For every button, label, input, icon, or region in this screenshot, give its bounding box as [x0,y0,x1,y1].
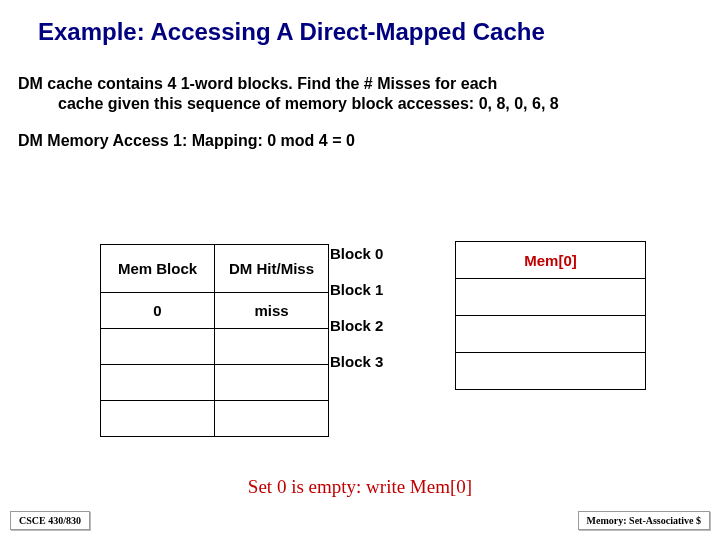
table-row [456,353,646,390]
block-label-1: Block 1 [330,272,383,308]
cell-mem-block [101,401,215,437]
cache-cell-0: Mem[0] [456,242,646,279]
table-row [101,365,329,401]
table-row [101,401,329,437]
cell-mem-block [101,329,215,365]
cell-hit-miss [215,401,329,437]
header-hit-miss: DM Hit/Miss [215,245,329,293]
subtitle-line2: cache given this sequence of memory bloc… [18,94,690,114]
cache-contents-table: Mem[0] [455,241,646,390]
access-table: Mem Block DM Hit/Miss 0 miss [100,244,329,437]
block-labels: Block 0 Block 1 Block 2 Block 3 [330,244,383,380]
table-row: Mem[0] [456,242,646,279]
access-line: DM Memory Access 1: Mapping: 0 mod 4 = 0 [0,114,720,150]
subtitle-line1: DM cache contains 4 1-word blocks. Find … [18,75,497,92]
table-row [101,329,329,365]
result-caption: Set 0 is empty: write Mem[0] [0,476,720,498]
table-row: 0 miss [101,293,329,329]
cache-cell-2 [456,316,646,353]
cell-hit-miss [215,329,329,365]
problem-statement: DM cache contains 4 1-word blocks. Find … [0,46,720,114]
cell-mem-block: 0 [101,293,215,329]
table-row [456,279,646,316]
cell-hit-miss: miss [215,293,329,329]
page-title: Example: Accessing A Direct-Mapped Cache [0,0,720,46]
cache-cell-1 [456,279,646,316]
block-label-3: Block 3 [330,344,383,380]
footer-course-code: CSCE 430/830 [10,511,90,530]
footer-topic: Memory: Set-Associative $ [578,511,710,530]
block-label-2: Block 2 [330,308,383,344]
cache-cell-3 [456,353,646,390]
cell-mem-block [101,365,215,401]
header-mem-block: Mem Block [101,245,215,293]
table-row [456,316,646,353]
cell-hit-miss [215,365,329,401]
block-label-0: Block 0 [330,244,383,272]
